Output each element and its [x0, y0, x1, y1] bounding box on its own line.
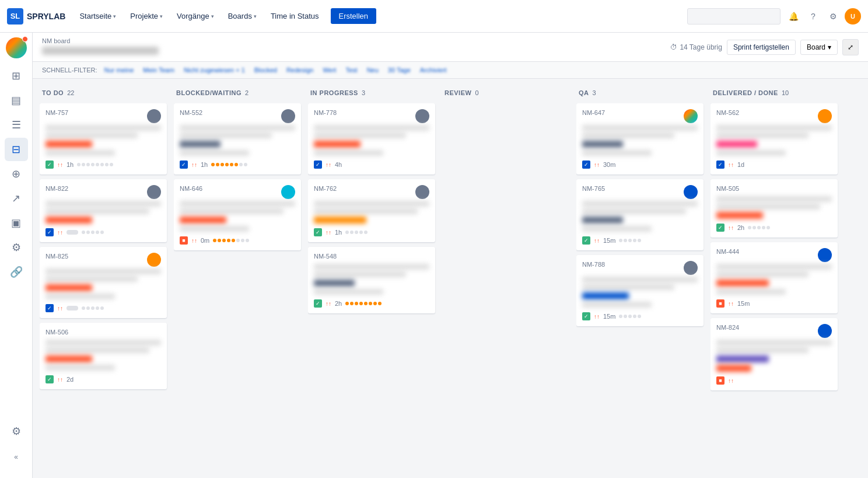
logo-icon: SL: [7, 8, 23, 25]
column-count-qa: 3: [593, 89, 596, 96]
priority-icon: ↑↑: [57, 376, 63, 383]
sidebar-item-global-settings[interactable]: ⚙: [5, 420, 28, 443]
search-input[interactable]: [687, 8, 780, 25]
avatar: [818, 324, 832, 338]
card-id: NM-505: [716, 185, 739, 192]
sidebar-item-pages[interactable]: ▣: [5, 211, 28, 235]
logo[interactable]: SL SPRYLAB: [7, 8, 65, 25]
card-type-icon: ✓: [46, 375, 54, 383]
filter-redesign[interactable]: Redesign: [284, 65, 316, 75]
sprint-name: [42, 47, 159, 57]
card-type-icon: ✓: [46, 228, 54, 236]
card-nm444[interactable]: NM-444 ■ ↑↑ 15m: [710, 242, 838, 313]
board-header: NM board ⏱ 14 Tage übrig Sprint fertigst…: [33, 33, 868, 62]
card-type-icon: ✓: [582, 236, 590, 245]
time-label: 15m: [737, 300, 750, 307]
chevron-icon: ▾: [160, 13, 163, 19]
help-icon[interactable]: ?: [805, 8, 821, 25]
expand-button[interactable]: ⤢: [842, 39, 859, 55]
card-nm552[interactable]: NM-552 ✓ ↑↑ 1h: [174, 103, 301, 175]
card-nm765[interactable]: NM-765 ✓ ↑↑ 15m: [576, 179, 704, 250]
sidebar-item-list[interactable]: ▤: [5, 89, 28, 112]
time-label: 30m: [603, 161, 615, 168]
priority-icon: ↑↑: [728, 378, 734, 384]
sidebar-item-backlog[interactable]: ☰: [5, 113, 28, 137]
filter-wert[interactable]: Wert: [320, 65, 338, 75]
time-label: 1h: [201, 161, 208, 168]
sidebar-item-settings[interactable]: ⚙: [5, 236, 28, 259]
notifications-icon[interactable]: 🔔: [785, 8, 802, 25]
card-nm762[interactable]: NM-762 ✓ ↑↑ 1h: [308, 179, 435, 242]
board-content: TO DO 22 NM-757: [33, 79, 868, 478]
card-id: NM-757: [46, 109, 68, 116]
card-type-icon: ✓: [716, 224, 724, 232]
filter-mein-team[interactable]: Mein Team: [141, 65, 177, 75]
card-nm825[interactable]: NM-825 ✓ ↑↑: [40, 247, 167, 318]
sidebar-project-avatar[interactable]: [6, 37, 27, 58]
card-id: NM-647: [582, 109, 605, 116]
card-nm505[interactable]: NM-505 ✓ ↑↑ 2h: [710, 179, 838, 238]
sprint-finish-button[interactable]: Sprint fertigstellen: [727, 40, 796, 55]
nav-time-in-status[interactable]: Time in Status: [266, 8, 324, 24]
time-label: 1h: [335, 229, 342, 236]
card-type-icon: ■: [716, 299, 724, 308]
card-type-icon: ✓: [314, 228, 322, 236]
filter-nur-meine[interactable]: Nur meine: [102, 65, 136, 75]
column-count-todo: 22: [67, 89, 74, 96]
time-label: 0m: [201, 237, 209, 244]
card-nm824[interactable]: NM-824 ■ ↑↑: [710, 318, 838, 390]
priority-icon: ↑↑: [57, 229, 63, 236]
card-id: NM-562: [716, 109, 739, 116]
priority-icon: ↑↑: [728, 225, 734, 231]
filter-archiviert[interactable]: Archiviert: [418, 65, 449, 75]
sidebar-item-apps[interactable]: ⊞: [5, 64, 28, 88]
card-id: NM-778: [314, 109, 337, 116]
column-title-blocked: BLOCKED/WAITING: [176, 89, 242, 96]
filter-neu[interactable]: Neu: [365, 65, 381, 75]
nav-startseite[interactable]: Startseite ▾: [75, 8, 121, 24]
chevron-icon: ▾: [254, 13, 257, 19]
sidebar-item-collapse[interactable]: «: [5, 445, 28, 469]
card-id: NM-822: [46, 185, 68, 192]
sidebar-item-links[interactable]: 🔗: [5, 260, 28, 284]
filter-blocked[interactable]: Blocked: [252, 65, 279, 75]
filter-30tage[interactable]: 30 Tage: [386, 65, 413, 75]
priority-icon: ↑↑: [594, 238, 600, 244]
priority-icon: ↑↑: [191, 162, 197, 168]
board-view-button[interactable]: Board ▾: [800, 40, 838, 55]
column-title-qa: QA: [579, 89, 589, 96]
filter-nicht-zugewiesen[interactable]: Nicht zugewiesen + 1: [181, 65, 247, 75]
chevron-down-icon: ▾: [828, 43, 831, 51]
card-id: NM-825: [46, 253, 68, 260]
card-nm778[interactable]: NM-778 ✓ ↑↑ 4h: [308, 103, 435, 175]
card-id: NM-506: [46, 329, 68, 336]
card-type-icon: ✓: [314, 299, 322, 308]
card-nm562[interactable]: NM-562 ✓ ↑↑ 1d: [710, 103, 838, 175]
settings-icon[interactable]: ⚙: [825, 8, 841, 25]
card-nm788[interactable]: NM-788 ✓ ↑↑ 15m: [576, 255, 704, 326]
top-nav: SL SPRYLAB Startseite ▾ Projekte ▾ Vorgä…: [0, 0, 868, 33]
sidebar-item-reports[interactable]: ↗: [5, 187, 28, 210]
card-id: NM-788: [582, 261, 605, 268]
card-nm506[interactable]: NM-506 ✓ ↑↑ 2d: [40, 323, 167, 389]
card-nm822[interactable]: NM-822 ✓ ↑↑: [40, 179, 167, 242]
priority-icon: ↑↑: [326, 301, 331, 307]
card-nm548[interactable]: NM-548 ✓ ↑↑ 2h: [308, 247, 435, 313]
card-type-icon: ✓: [314, 161, 322, 169]
sidebar-item-board[interactable]: ⊟: [5, 138, 28, 161]
filter-test[interactable]: Test: [343, 65, 359, 75]
nav-boards[interactable]: Boards ▾: [223, 8, 261, 24]
account-avatar[interactable]: U: [845, 8, 861, 25]
avatar: [147, 253, 161, 267]
nav-projekte[interactable]: Projekte ▾: [125, 8, 167, 24]
card-type-icon: ■: [180, 236, 188, 245]
create-button[interactable]: Erstellen: [331, 8, 377, 24]
card-nm646[interactable]: NM-646 ■ ↑↑ 0m: [174, 179, 301, 250]
card-type-icon: ✓: [716, 161, 724, 169]
sidebar-item-roadmap[interactable]: ⊕: [5, 162, 28, 186]
card-nm757[interactable]: NM-757 ✓ ↑↑ 1h: [40, 103, 167, 175]
column-count-review: 0: [475, 89, 478, 96]
card-nm647[interactable]: NM-647 ✓ ↑↑ 30m: [576, 103, 704, 175]
avatar: [415, 185, 429, 199]
nav-vorgange[interactable]: Vorgänge ▾: [172, 8, 219, 24]
